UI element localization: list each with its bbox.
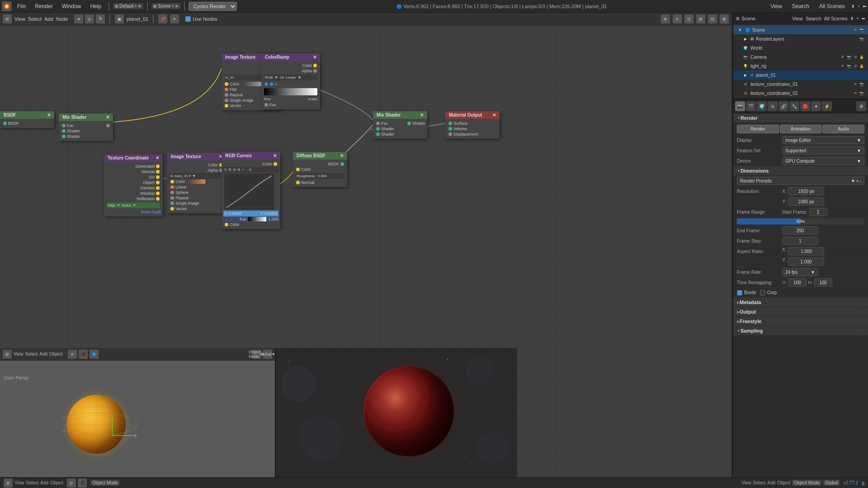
sampling-section[interactable]: ▼ Sampling ··· — [733, 326, 868, 336]
node-extra1[interactable]: ⊡ — [684, 14, 693, 23]
lightrig-extra[interactable]: ⚙ — [853, 63, 858, 69]
tc01-vis[interactable]: 👁 — [853, 81, 858, 87]
status-icon[interactable]: ⊞ — [4, 479, 13, 488]
3d-type-btn[interactable]: ⊞ — [3, 350, 12, 359]
border-checkbox-label[interactable]: Borde — [737, 290, 756, 296]
render-options-btn[interactable]: ··· — [861, 116, 864, 120]
outliner-item-scene[interactable]: ▼ 🔵 Scene 👁 📷 — [733, 25, 868, 34]
render-section-header[interactable]: ▼ Render ··· — [733, 113, 868, 123]
outliner-search[interactable]: Search — [806, 16, 821, 21]
3d-icon3[interactable]: 🔷 — [90, 350, 99, 359]
res-y-input[interactable]: 1080 px — [788, 197, 824, 206]
st-icon2[interactable]: ⬛ — [78, 479, 87, 488]
world-props-icon[interactable]: 🌍 — [757, 101, 767, 111]
blender-icon[interactable] — [2, 1, 12, 11]
color-ramp-node[interactable]: ColorRamp ✕ Color Alpha RGB▼20Linear▼ 🔷🔷… — [261, 53, 320, 109]
mix-shader-2[interactable]: Mix Shader ✕ FacShader Shader Shader — [373, 111, 427, 139]
image-texture-2[interactable]: Image Texture ✕ Color Alpha ⊙mars_01F▼ C… — [167, 153, 226, 213]
global-mode-btn[interactable]: Global▼ — [263, 350, 272, 359]
feature-set-dropdown[interactable]: Supported ▼ — [782, 146, 864, 155]
node-type-shader[interactable]: ● — [74, 14, 83, 23]
outliner-item-camera[interactable]: 📷 Camera 👁 📷 ⚙ 🔒 — [733, 52, 868, 61]
physics-icon[interactable]: ⚡ — [822, 101, 832, 111]
pin-btn[interactable]: 📌 — [158, 14, 167, 23]
audio-button[interactable]: Audio — [822, 125, 864, 133]
3d-object-menu[interactable]: Object — [49, 352, 62, 357]
render-props-icon[interactable]: 📷 — [735, 101, 745, 111]
outliner-item-lightrig[interactable]: 💡 light_rig 👁 📷 ⚙ 🔒 — [733, 61, 868, 70]
status-r-view[interactable]: View — [741, 480, 751, 485]
crop-checkbox[interactable] — [760, 290, 765, 296]
outliner-item-texcoord02[interactable]: ⊙ texture_coordinates_02 👁 📷 — [733, 89, 868, 98]
mix-shader-1[interactable]: Mix Shader ✕ Fac Shader Shader — [59, 113, 113, 141]
dimensions-section-header[interactable]: ▼ Dimensions ··· — [733, 166, 868, 176]
node-extra4[interactable]: ⊠ — [720, 14, 729, 23]
node-snap-btn[interactable]: ⊕ — [661, 14, 670, 23]
crop-checkbox-label[interactable]: Crop — [760, 290, 777, 296]
status-r-global[interactable]: Global — [823, 480, 840, 486]
editor-type-btn[interactable]: ⊞ — [3, 14, 12, 23]
outliner-item-world[interactable]: 🌍 World — [733, 43, 868, 52]
node-type-composite[interactable]: ◎ — [85, 14, 94, 23]
node-node-menu[interactable]: Node — [56, 16, 68, 22]
material-output-node[interactable]: Material Output ✕ Surface Volume Displac… — [445, 111, 500, 139]
lightrig-restrict[interactable]: 🔒 — [859, 63, 864, 69]
freestyle-section[interactable]: ▶ Freestyle ··· — [733, 317, 868, 326]
status-r-object[interactable]: Object — [777, 480, 790, 485]
node-add-menu[interactable]: Add — [44, 16, 53, 22]
diffuse-bsdf-node[interactable]: Diffuse BSDF ✕ BSDF Color Roughness:0.00… — [293, 152, 347, 187]
3d-canvas[interactable]: User Persp ⊞ (3) planet_01 ⊙ ⊡ ⊕ Object … — [0, 361, 275, 488]
status-r-add[interactable]: Add — [767, 480, 775, 485]
scene-props-icon[interactable]: 🎬 — [746, 101, 756, 111]
freestyle-options[interactable]: ··· — [861, 319, 864, 324]
output-section[interactable]: ▶ Output ··· — [733, 307, 868, 317]
node-extra2[interactable]: ⊞ — [696, 14, 705, 23]
tc01-render[interactable]: 📷 — [859, 81, 864, 87]
props-settings-icon[interactable]: ⚙ — [856, 101, 866, 111]
start-frame-input[interactable]: 1 — [809, 208, 827, 216]
camera-extra[interactable]: ⚙ — [853, 54, 858, 60]
metadata-section[interactable]: ▶ Metadata ··· — [733, 298, 868, 307]
node-type-texture[interactable]: ⧉ — [96, 14, 105, 23]
menu-render[interactable]: Render — [31, 2, 56, 10]
lightrig-render[interactable]: 📷 — [846, 63, 852, 69]
status-object[interactable]: Object — [50, 480, 63, 485]
render-presets-dropdown[interactable]: Render Presets ▼ + - — [737, 177, 864, 185]
3d-icon1[interactable]: ⊙ — [68, 350, 77, 359]
use-nodes-toggle[interactable]: Use Nodes — [185, 16, 217, 22]
status-add[interactable]: Add — [40, 480, 48, 485]
particles-icon[interactable]: ✦ — [811, 101, 821, 111]
3d-select-menu[interactable]: Select — [25, 352, 38, 357]
end-frame-input[interactable]: 250 — [782, 226, 818, 235]
3d-icon2[interactable]: ⬛ — [79, 350, 88, 359]
menu-window[interactable]: Window — [58, 2, 85, 10]
status-r-mode[interactable]: Object Mode — [792, 480, 821, 486]
status-view[interactable]: View — [14, 480, 24, 485]
camera-restrict[interactable]: 🔒 — [859, 54, 864, 60]
3d-view-menu[interactable]: View — [14, 352, 24, 357]
output-options[interactable]: ··· — [861, 310, 864, 314]
dim-options-btn[interactable]: ··· — [861, 169, 864, 173]
res-x-input[interactable]: 1920 px — [788, 187, 824, 195]
outliner-item-planet01[interactable]: ▶ ⊙ planet_01 — [733, 70, 868, 80]
status-mode[interactable]: Object Mode — [90, 480, 120, 486]
material-icon[interactable]: 🔴 — [800, 101, 810, 111]
render-engine-select[interactable]: Cycles Render — [189, 2, 237, 11]
node-extra3[interactable]: ⊟ — [708, 14, 717, 23]
sampling-options[interactable]: ··· — [861, 329, 864, 333]
device-dropdown[interactable]: GPU Compute ▼ — [782, 157, 864, 165]
menu-view[interactable]: View — [767, 2, 786, 10]
frame-rate-dropdown[interactable]: 24 fps ▼ — [782, 268, 818, 276]
time-n-input[interactable]: 100 — [814, 278, 832, 286]
node-view-btn[interactable]: ⊙ — [673, 14, 682, 23]
aspect-y-input[interactable]: 1.000 — [788, 258, 824, 266]
st-icon1[interactable]: ⊙ — [67, 479, 76, 488]
bsdf-node-left[interactable]: BSDF ✕ BSDF — [0, 111, 54, 128]
outliner-item-texcoord01[interactable]: ⊙ texture_coordinates_01 👁 📷 — [733, 80, 868, 89]
scene-render[interactable]: 📷 — [859, 27, 864, 33]
tc02-vis[interactable]: 👁 — [853, 90, 858, 96]
lightrig-vis[interactable]: 👁 — [840, 63, 845, 69]
node-obj-btn[interactable]: ▣ — [115, 14, 124, 23]
rgb-curves-node[interactable]: RGB Curves ✕ Color CRGB+-⊙ — [222, 152, 280, 229]
aspect-x-input[interactable]: 1.000 — [788, 247, 824, 255]
